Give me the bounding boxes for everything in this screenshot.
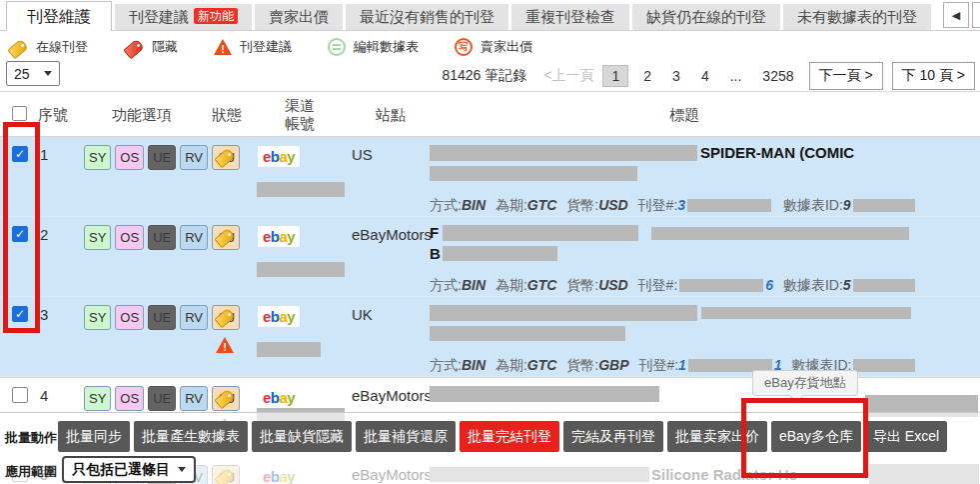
header-status: 狀態	[212, 106, 242, 125]
page-number-last[interactable]: 3258	[756, 65, 799, 87]
legend-label: 賣家出價	[481, 38, 532, 56]
row-checkbox[interactable]	[12, 146, 28, 162]
row-number: 1	[40, 146, 48, 163]
online-tag-icon	[215, 387, 235, 407]
header-channel-account: 渠道帳號	[272, 97, 328, 133]
batch-seller-offer-button[interactable]: 批量卖家出价	[667, 421, 767, 452]
header-function-options: 功能選項	[112, 106, 172, 125]
status-legend: 在線刊登 隱藏 刊登建議 編輯數據表 写賣家出價	[8, 36, 532, 58]
batch-action-bar: 批量動作 批量同步 批量產生數據表 批量缺貨隱藏 批量補貨還原 批量完結刊登 完…	[0, 412, 980, 484]
end-and-relist-button[interactable]: 完結及再刊登	[563, 421, 663, 452]
batch-buttons: 批量同步 批量產生數據表 批量缺貨隱藏 批量補貨還原 批量完結刊登 完結及再刊登…	[58, 421, 947, 452]
legend-label: 編輯數據表	[354, 38, 419, 56]
tab-label: 重複刊登檢查	[525, 8, 615, 25]
page-number-4[interactable]: 4	[695, 65, 715, 87]
sy-button[interactable]: SY	[84, 225, 111, 250]
tab-label: 缺貨仍在線的刊登	[646, 8, 766, 25]
tab-listing-suggestion[interactable]: 刊登建議新功能	[115, 4, 252, 30]
batch-restock-restore-button[interactable]: 批量補貨還原	[356, 421, 456, 452]
ue-button[interactable]: UE	[148, 386, 176, 411]
account-redacted	[257, 262, 345, 277]
tabs-scroll-right-button[interactable]: ▶	[972, 2, 980, 28]
row-number: 2	[40, 226, 48, 243]
page-size-value: 25	[14, 66, 30, 82]
row-checkbox[interactable]	[12, 387, 28, 403]
rv-button[interactable]: RV	[180, 225, 208, 250]
os-button[interactable]: OS	[115, 386, 144, 411]
select-all-checkbox[interactable]	[12, 106, 27, 121]
title-cell: 方式:BIN 為期:GTC 貨幣:GBP 刊登#:11 數據表ID:	[430, 304, 972, 374]
tab-bar: 刊登維護 刊登建議新功能 賣家出價 最近沒有銷售的刊登 重複刊登檢查 缺貨仍在線…	[0, 0, 980, 31]
tab-out-of-stock-online[interactable]: 缺貨仍在線的刊登	[632, 4, 780, 30]
next-10-pages-button[interactable]: 下 10 頁 >	[892, 62, 975, 90]
title-redacted	[430, 386, 659, 402]
batch-generate-datasheet-button[interactable]: 批量產生數據表	[134, 421, 248, 452]
row-number: 3	[40, 306, 48, 323]
row-checkbox[interactable]	[12, 306, 28, 322]
row-checkbox[interactable]	[12, 226, 28, 242]
ebay-multi-warehouse-button[interactable]: eBay多仓库	[771, 421, 861, 452]
ue-button[interactable]: UE	[148, 145, 176, 170]
export-excel-button[interactable]: 导出 Excel	[865, 421, 947, 452]
tab-seller-offer[interactable]: 賣家出價	[255, 4, 343, 30]
batch-sync-button[interactable]: 批量同步	[58, 421, 130, 452]
legend-edit-datasheet: 編輯數據表	[328, 38, 419, 56]
listing-id-redacted	[679, 279, 763, 292]
tabs-scroll-left-button[interactable]: ◀	[943, 2, 969, 28]
ue-button[interactable]: UE	[148, 305, 176, 330]
ebay-logo: ebay	[258, 146, 300, 167]
sheet-id-redacted	[853, 279, 915, 292]
tab-listing-maintenance[interactable]: 刊登維護	[6, 1, 112, 31]
sy-button[interactable]: SY	[84, 305, 111, 330]
header-site: 站點	[376, 106, 406, 125]
sy-button[interactable]: SY	[84, 386, 111, 411]
tab-label: 賣家出價	[269, 8, 329, 25]
legend-listing-suggestion: 刊登建議	[214, 38, 292, 56]
pagination: 81426 筆記錄 <上一頁 1 2 3 4 ... 3258 下一頁 > 下 …	[442, 62, 975, 90]
page-number-2[interactable]: 2	[637, 65, 657, 87]
page-size-select[interactable]: 25	[6, 61, 60, 86]
table-header: 序號 功能選項 狀態 渠道帳號 站點 標題	[0, 91, 980, 137]
legend-hidden: 隱藏	[124, 37, 178, 57]
tab-label: 刊登維護	[27, 8, 91, 25]
title-redacted	[701, 307, 911, 319]
legend-seller-offer: 写賣家出價	[455, 38, 532, 56]
row-number: 4	[40, 387, 48, 404]
title-redacted	[651, 227, 909, 240]
rv-button[interactable]: RV	[180, 145, 208, 170]
title-redacted	[430, 166, 637, 181]
warning-icon	[216, 337, 234, 355]
os-button[interactable]: OS	[115, 305, 144, 330]
online-tag-icon	[215, 306, 235, 326]
header-channel-line2: 帳號	[285, 115, 315, 132]
new-feature-badge: 新功能	[194, 8, 238, 24]
apply-scope-value: 只包括已選條目	[72, 461, 170, 479]
site-label: eBayMotors	[352, 387, 432, 404]
header-title: 標題	[559, 106, 809, 125]
seller-offer-icon: 写	[455, 38, 473, 56]
ebay-logo: ebay	[258, 387, 300, 408]
os-button[interactable]: OS	[115, 145, 144, 170]
rv-button[interactable]: RV	[180, 386, 208, 411]
tab-no-datasheet[interactable]: 未有數據表的刊登	[783, 4, 931, 30]
sy-button[interactable]: SY	[84, 145, 111, 170]
page-ellipsis: ...	[724, 65, 748, 87]
rv-button[interactable]: RV	[180, 305, 208, 330]
tab-duplicate-check[interactable]: 重複刊登檢查	[511, 4, 629, 30]
status-cell	[213, 306, 237, 330]
ue-button[interactable]: UE	[148, 225, 176, 250]
title-redacted	[430, 326, 625, 341]
batch-end-listing-button[interactable]: 批量完結刊登	[460, 421, 559, 452]
batch-outofstock-hide-button[interactable]: 批量缺貨隱藏	[252, 421, 352, 452]
chevron-down-icon	[44, 71, 52, 76]
tab-no-recent-sales[interactable]: 最近沒有銷售的刊登	[346, 4, 508, 30]
status-cell	[213, 226, 237, 250]
os-button[interactable]: OS	[115, 225, 144, 250]
warning-triangle-icon	[214, 39, 232, 55]
site-label: UK	[352, 306, 373, 323]
status-cell	[213, 146, 237, 170]
page-number-3[interactable]: 3	[666, 65, 686, 87]
page-number-1[interactable]: 1	[602, 65, 628, 87]
apply-scope-select[interactable]: 只包括已選條目	[62, 456, 196, 483]
next-page-button[interactable]: 下一頁 >	[809, 62, 883, 90]
